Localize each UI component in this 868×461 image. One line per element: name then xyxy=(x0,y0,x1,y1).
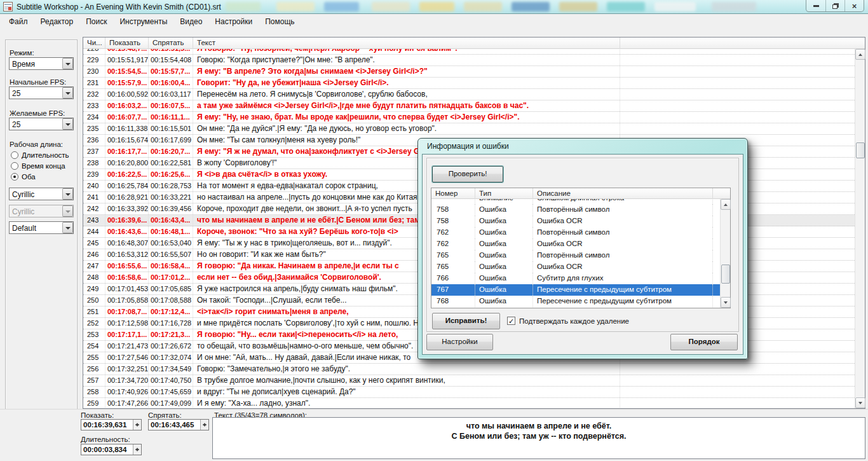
chevron-down-icon[interactable] xyxy=(62,222,73,233)
cell-hide: 00:17:21,3... xyxy=(149,329,193,340)
error-row[interactable]: 767ОшибкаПересечение с предыдущим субтит… xyxy=(431,284,720,296)
subtitle-row[interactable]: 23400:16:07,7...00:16:11,1...Я ему: "Ну,… xyxy=(83,112,855,123)
menu-item[interactable]: Поиск xyxy=(79,15,113,28)
radio-label: Оба xyxy=(22,173,36,181)
menu-item[interactable]: Видео xyxy=(173,15,208,28)
dialog-groupbox: Проверить! Номер Тип Описание ВниманиеСл… xyxy=(426,158,739,332)
column-header-type[interactable]: Тип xyxy=(475,188,533,198)
column-header-number[interactable]: Чи... xyxy=(83,38,105,48)
column-header-hide[interactable]: Спрятать xyxy=(149,38,193,48)
cell-show: 00:16:39,6... xyxy=(105,215,149,226)
cell-num: 250 xyxy=(83,295,105,306)
scroll-up-icon[interactable] xyxy=(855,49,865,60)
scroll-up-icon[interactable] xyxy=(721,199,731,210)
subtitle-row[interactable]: 23300:16:03,2...00:16:07,5...а там уже з… xyxy=(83,100,855,112)
column-header-description[interactable]: Описание xyxy=(533,188,713,198)
cell-num: 242 xyxy=(83,203,105,214)
work-mode-radio[interactable]: Время конца xyxy=(11,162,65,170)
chevron-down-icon[interactable] xyxy=(62,58,73,69)
cell-type: Ошибка xyxy=(475,261,533,273)
confirm-delete-checkbox[interactable]: ✓ xyxy=(507,317,515,325)
cell-hide: 00:16:25,6... xyxy=(149,169,193,180)
cell-hide: 00:16:43,4... xyxy=(149,215,193,226)
mode-select[interactable]: Время xyxy=(9,57,74,70)
chevron-down-icon[interactable] xyxy=(62,87,73,99)
subtitle-row[interactable]: 22800:15:48,7...00:15:51,5...Я говорю: "… xyxy=(83,49,855,55)
subtitle-row[interactable]: 25800:17:40,92600:17:45,659и вдруг: "Ты … xyxy=(83,387,855,398)
scroll-down-icon[interactable] xyxy=(855,397,865,408)
subtitle-list-scrollbar[interactable] xyxy=(855,49,865,408)
scroll-down-icon[interactable] xyxy=(721,297,731,308)
column-header-number[interactable]: Номер xyxy=(431,188,475,198)
cell-num: 762 xyxy=(431,227,475,238)
subtitle-text-input[interactable]: что мы начинаем в апреле и не ебёт. С Бе… xyxy=(212,417,865,459)
cell-fill xyxy=(620,89,855,100)
input-fps-select[interactable]: 25 xyxy=(9,86,74,99)
error-row[interactable]: 765ОшибкаПовторённый символ xyxy=(431,250,720,261)
show-time-input[interactable]: 00:16:39,631 xyxy=(81,419,142,430)
cell-desc: Субтитр для глухих xyxy=(533,273,713,284)
menu-item[interactable]: Файл xyxy=(3,15,34,28)
subtitle-row[interactable]: 22900:15:51,91700:15:54,408Говорю: "Когд… xyxy=(83,55,855,66)
cell-num: 765 xyxy=(431,250,475,261)
error-row[interactable]: ВниманиеСлишком длинная строка xyxy=(431,199,720,204)
cell-type: Ошибка xyxy=(475,238,533,250)
cell-hide: 00:17:49,099 xyxy=(149,398,193,408)
subtitle-row[interactable]: 23100:15:57,9...00:16:00,4...Говорит: "Н… xyxy=(83,78,855,89)
subtitle-row[interactable]: 25900:17:47,26600:17:49,099И я ему: "Ха-… xyxy=(83,398,855,408)
subtitle-row[interactable]: 25600:17:32,25100:17:34,549Говорю: "Заме… xyxy=(83,364,855,375)
cell-hide: 00:17:01,2... xyxy=(149,272,193,283)
minimize-button[interactable] xyxy=(806,0,825,11)
error-row[interactable]: 758ОшибкаПовторённый символ xyxy=(431,204,720,216)
column-header-filler xyxy=(620,38,865,48)
fix-button[interactable]: Исправить! xyxy=(432,313,500,329)
charset-select-1[interactable]: Cyrillic xyxy=(9,188,74,200)
check-button[interactable]: Проверить! xyxy=(432,166,503,182)
menu-item[interactable]: Настройки xyxy=(208,15,259,28)
duration-input[interactable]: 00:00:03,834 xyxy=(81,444,142,455)
style-select[interactable]: Default xyxy=(9,221,74,234)
restore-button[interactable] xyxy=(825,0,844,11)
settings-button[interactable]: Настройки xyxy=(426,334,493,350)
hide-time-input[interactable]: 00:16:43,465 xyxy=(148,419,209,430)
cell-hide: 00:16:33,221 xyxy=(149,192,193,203)
output-fps-select[interactable]: 25 xyxy=(9,118,74,130)
work-mode-radio[interactable]: Длительность xyxy=(11,151,69,160)
subtitle-row[interactable]: 23200:16:00,59200:16:03,117Перенесём на … xyxy=(83,89,855,100)
spinner-icons[interactable] xyxy=(133,444,141,455)
error-row[interactable]: 768ОшибкаПересечение с предыдущим субтит… xyxy=(431,296,720,307)
spinner-icons[interactable] xyxy=(133,420,141,430)
work-mode-radio[interactable]: Оба xyxy=(11,172,36,181)
cell-show: 00:17:05,858 xyxy=(105,295,149,306)
errors-list: Номер Тип Описание ВниманиеСлишком длинн… xyxy=(431,188,731,308)
error-row[interactable]: 762ОшибкаОшибка OCR xyxy=(431,238,720,250)
scrollbar-thumb[interactable] xyxy=(856,142,865,158)
close-button[interactable]: × xyxy=(844,0,864,11)
column-header-show[interactable]: Показать xyxy=(105,38,149,48)
menu-item[interactable]: Помощь xyxy=(259,15,301,28)
menu-item[interactable]: Редактор xyxy=(34,15,80,28)
subtitle-row[interactable]: 23500:16:11,33800:16:15,501Он мне: "Да н… xyxy=(83,123,855,135)
chevron-down-icon[interactable] xyxy=(62,118,73,130)
error-row[interactable]: 766ОшибкаСубтитр для глухих xyxy=(431,273,720,284)
window-controls: × xyxy=(806,0,864,12)
background-windows-blur xyxy=(210,0,756,14)
column-header-text[interactable]: Текст xyxy=(193,38,620,48)
scrollbar-thumb[interactable] xyxy=(721,265,730,284)
order-button[interactable]: Порядок xyxy=(670,334,738,350)
subtitle-row[interactable]: 23000:15:54,5...00:15:57,7...Я ему: "В а… xyxy=(83,66,855,78)
app-icon[interactable] xyxy=(3,2,13,11)
cell-text: Я ему: "В апреле? Это когда|мы снимаем <… xyxy=(193,66,620,77)
cell-fill xyxy=(713,273,720,284)
cell-hide: 00:17:16,728 xyxy=(149,318,193,329)
spinner-icons[interactable] xyxy=(200,420,208,430)
error-row[interactable]: 758ОшибкаОшибка OCR xyxy=(431,216,720,227)
cell-fill xyxy=(620,387,855,397)
error-row[interactable]: 765ОшибкаОшибка OCR xyxy=(431,261,720,273)
menu-item[interactable]: Инструменты xyxy=(113,15,173,28)
errors-list-scrollbar[interactable] xyxy=(720,199,730,308)
cell-show: 00:16:33,392 xyxy=(105,203,149,214)
error-row[interactable]: 762ОшибкаПовторённый символ xyxy=(431,227,720,238)
chevron-down-icon[interactable] xyxy=(62,188,73,200)
subtitle-row[interactable]: 25700:17:34,72000:17:40,750В трубке долг… xyxy=(83,375,855,387)
